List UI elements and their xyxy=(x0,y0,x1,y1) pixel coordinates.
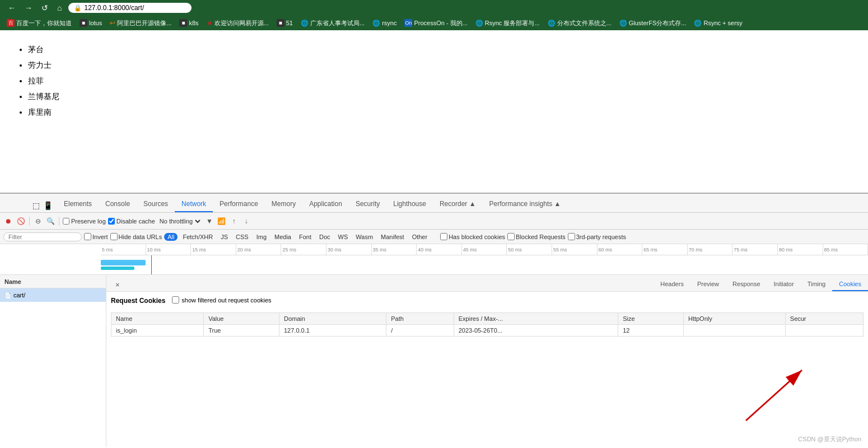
invert-text: Invert xyxy=(92,234,108,240)
bookmark-distributed[interactable]: 🌐 分布式文件系统之... xyxy=(545,18,614,28)
filter-manifest[interactable]: Manifest xyxy=(378,233,407,241)
bookmark-rsync[interactable]: 🌐 rsync xyxy=(370,19,399,27)
filter-img[interactable]: Img xyxy=(254,233,269,241)
detail-tab-bar: × Headers Preview Response Initiator Tim… xyxy=(106,275,868,292)
tab-performance[interactable]: Performance xyxy=(213,197,265,212)
upload-icon[interactable]: ↑ xyxy=(229,216,239,226)
device-icon[interactable]: 📱 xyxy=(43,201,53,210)
timeline-ruler: 5 ms 10 ms 15 ms 20 ms 25 ms 30 ms 35 ms… xyxy=(101,244,868,255)
cookies-table-header: Name Value Domain Path Expires / Max-...… xyxy=(111,313,864,325)
bookmark-glusterfs[interactable]: 🌐 GlusterFS分布式存... xyxy=(617,18,689,28)
bookmark-label: Rsync + sersy xyxy=(703,20,742,26)
download-icon[interactable]: ↓ xyxy=(241,216,251,226)
filter-doc[interactable]: Doc xyxy=(316,233,333,241)
tab-security[interactable]: Security xyxy=(349,197,386,212)
bookmark-label: 广东省人事考试局... xyxy=(310,19,365,27)
divider2 xyxy=(59,217,59,226)
filter-js[interactable]: JS xyxy=(218,233,231,241)
bookmark-k8s[interactable]: ■ k8s xyxy=(177,18,200,27)
col-path: Path xyxy=(386,313,454,325)
tab-recorder[interactable]: Recorder ▲ xyxy=(433,197,483,212)
51-icon: ■ xyxy=(277,19,284,27)
filter-input[interactable] xyxy=(3,232,82,241)
tab-lighthouse[interactable]: Lighthouse xyxy=(386,197,433,212)
disable-cache-checkbox[interactable] xyxy=(108,218,115,225)
tab-sources[interactable]: Sources xyxy=(137,197,175,212)
filter-css[interactable]: CSS xyxy=(233,233,251,241)
tab-response[interactable]: Response xyxy=(726,278,767,291)
tab-timing[interactable]: Timing xyxy=(801,278,833,291)
bookmark-baidu[interactable]: 百 百度一下，你就知道 xyxy=(4,18,74,28)
wifi-icon[interactable]: 📶 xyxy=(217,216,227,226)
filter-icon[interactable]: ⊖ xyxy=(33,216,43,226)
forward-button[interactable]: → xyxy=(22,2,35,13)
bookmark-51[interactable]: ■ 51 xyxy=(274,18,295,27)
bookmark-rsync3[interactable]: 🌐 Rsync + sersy xyxy=(692,19,744,27)
tab-cookies[interactable]: Cookies xyxy=(832,278,868,291)
clear-button[interactable]: 🚫 xyxy=(16,216,26,226)
tab-elements[interactable]: Elements xyxy=(57,197,99,212)
record-button[interactable]: ⏺ xyxy=(3,216,13,226)
cookie-secure xyxy=(785,325,863,337)
bookmark-rsync2[interactable]: 🌐 Rsync 服务部署与... xyxy=(473,18,542,28)
bookmark-label: 百度一下，你就知道 xyxy=(16,19,72,27)
filter-fetch-xhr[interactable]: Fetch/XHR xyxy=(180,233,216,241)
devtools-icons: ⬚ 📱 xyxy=(28,201,57,212)
detail-close-button[interactable]: × xyxy=(111,278,124,291)
blocked-requests-checkbox[interactable] xyxy=(507,233,515,240)
refresh-button[interactable]: ↺ xyxy=(39,2,50,13)
timeline-bar-teal xyxy=(101,267,134,270)
timeline-labels xyxy=(0,244,101,274)
page-content: 茅台 劳力士 拉菲 兰博基尼 库里南 xyxy=(0,30,868,193)
filter-wasm[interactable]: Wasm xyxy=(353,233,376,241)
tab-performance-insights[interactable]: Performance insights ▲ xyxy=(483,197,568,212)
cookie-httponly xyxy=(683,325,785,337)
tab-network[interactable]: Network xyxy=(175,197,213,212)
hide-data-urls-checkbox[interactable] xyxy=(110,233,118,240)
bookmark-wangyi[interactable]: ★ 欢迎访问网易开源... xyxy=(204,18,271,28)
bookmark-lotus[interactable]: ■ lotus xyxy=(77,18,104,27)
has-blocked-label[interactable]: Has blocked cookies xyxy=(440,233,505,240)
has-blocked-checkbox[interactable] xyxy=(440,233,447,240)
filter-media[interactable]: Media xyxy=(272,233,294,241)
throttle-select[interactable]: No throttling Fast 3G Slow 3G Offline xyxy=(157,217,202,225)
preserve-log-label[interactable]: Preserve log xyxy=(63,218,106,225)
network-conditions-icon[interactable]: ▼ xyxy=(204,216,214,226)
invert-label[interactable]: Invert xyxy=(84,233,108,240)
tab-headers[interactable]: Headers xyxy=(654,278,690,291)
bookmark-alibaba[interactable]: ↩ 阿里巴巴开源镜像... xyxy=(108,18,174,28)
col-value: Value xyxy=(204,313,279,325)
tick-60ms: 60 ms xyxy=(598,244,643,255)
name-item-cart[interactable]: 📄 cart/ xyxy=(0,288,106,302)
bookmark-processon[interactable]: On ProcessOn - 我的... xyxy=(402,18,469,28)
disable-cache-text: Disable cache xyxy=(116,218,155,225)
filter-all-button[interactable]: All xyxy=(164,233,178,241)
show-filtered-label[interactable]: show filtered out request cookies xyxy=(172,296,271,304)
disable-cache-label[interactable]: Disable cache xyxy=(108,218,155,225)
tab-console[interactable]: Console xyxy=(99,197,137,212)
filter-ws[interactable]: WS xyxy=(335,233,351,241)
url-bar[interactable]: 🔒 127.0.0.1:8000/cart/ xyxy=(68,3,192,13)
col-size: Size xyxy=(618,313,684,325)
home-button[interactable]: ⌂ xyxy=(55,2,64,13)
tab-application[interactable]: Application xyxy=(302,197,349,212)
invert-checkbox[interactable] xyxy=(84,233,91,240)
filter-font[interactable]: Font xyxy=(296,233,314,241)
third-party-checkbox[interactable] xyxy=(568,233,575,240)
third-party-label[interactable]: 3rd-party requests xyxy=(568,233,626,240)
tab-preview[interactable]: Preview xyxy=(690,278,726,291)
tick-30ms: 30 ms xyxy=(326,244,372,255)
tick-70ms: 70 ms xyxy=(688,244,733,255)
hide-data-urls-label[interactable]: Hide data URLs xyxy=(110,233,162,240)
tab-memory[interactable]: Memory xyxy=(265,197,302,212)
show-filtered-checkbox[interactable] xyxy=(172,296,179,304)
filter-other[interactable]: Other xyxy=(409,233,431,241)
blocked-requests-label[interactable]: Blocked Requests xyxy=(507,233,566,240)
tab-initiator[interactable]: Initiator xyxy=(767,278,801,291)
inspect-icon[interactable]: ⬚ xyxy=(32,201,40,210)
preserve-log-checkbox[interactable] xyxy=(63,218,69,225)
search-icon[interactable]: 🔍 xyxy=(45,216,55,226)
bookmark-guangdong[interactable]: 🌐 广东省人事考试局... xyxy=(298,18,367,28)
back-button[interactable]: ← xyxy=(6,2,18,13)
cookie-row-is-login[interactable]: is_login True 127.0.0.1 / 2023-05-26T0..… xyxy=(111,325,864,337)
